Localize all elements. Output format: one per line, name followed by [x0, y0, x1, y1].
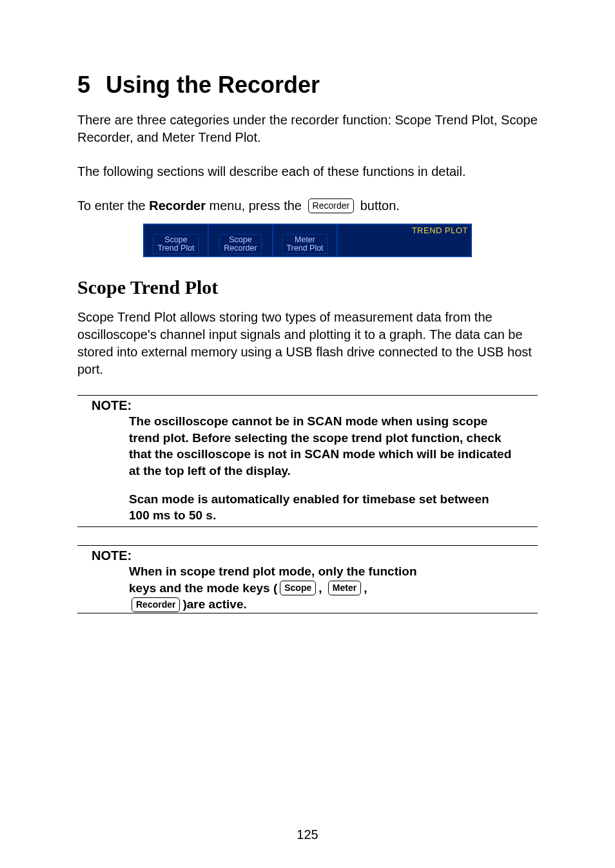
page-number: 125 [0, 827, 615, 842]
enter-bold: Recorder [149, 197, 206, 215]
note1-p2: Scan mode is automatically enabled for t… [129, 491, 512, 524]
note1-body: The oscilloscope cannot be in SCAN mode … [129, 413, 512, 524]
note2-line3-text: )are active. [182, 596, 246, 613]
note2-line2a: keys and the mode keys ( [129, 580, 277, 597]
note2-line3: Recorder )are active. [129, 596, 512, 613]
note2-label: NOTE: [92, 548, 538, 563]
enter-post: button. [356, 197, 400, 215]
menubar-figure: Scope Trend Plot Scope Recorder Meter Tr… [143, 224, 472, 257]
section-heading-scope-trend-plot: Scope Trend Plot [77, 276, 538, 298]
note1-p1: The oscilloscope cannot be in SCAN mode … [129, 413, 512, 479]
enter-mid: menu, press the [206, 197, 306, 215]
intro-paragraph-2: The following sections will describe eac… [77, 163, 538, 180]
note2-line1-text: When in scope trend plot mode, only the … [129, 563, 417, 580]
note1-label: NOTE: [92, 398, 538, 413]
menubar-filler: TREND PLOT [338, 225, 471, 256]
note-block-1: NOTE: The oscilloscope cannot be in SCAN… [77, 395, 538, 527]
chapter-number: 5 [77, 71, 90, 99]
menubar-tab-scope-recorder: Scope Recorder [209, 225, 273, 256]
recorder-button-icon: Recorder [308, 198, 355, 213]
enter-recorder-line: To enter the Recorder menu, press the Re… [77, 197, 538, 215]
note2-line2: keys and the mode keys ( Scope , Meter , [129, 580, 512, 597]
chapter-text: Using the Recorder [106, 72, 320, 98]
meter-button-icon: Meter [328, 581, 361, 595]
tab-inner: Scope Recorder [219, 234, 261, 254]
menubar-title: TREND PLOT [412, 226, 468, 235]
section-body-scope-trend-plot: Scope Trend Plot allows storing two type… [77, 309, 538, 378]
note2-line2b: , [318, 580, 326, 597]
recorder-button-icon-2: Recorder [132, 597, 180, 612]
note2-bottom-rule [77, 613, 538, 613]
menubar: Scope Trend Plot Scope Recorder Meter Tr… [143, 224, 472, 257]
page: 5Using the Recorder There are three cate… [0, 0, 615, 868]
enter-pre: To enter the [77, 197, 149, 215]
chapter-title: 5Using the Recorder [77, 71, 538, 99]
intro-paragraph-1: There are three categories under the rec… [77, 111, 538, 146]
note2-top-rule [77, 545, 538, 546]
note2-line2c: , [364, 580, 367, 597]
scope-button-icon: Scope [280, 581, 316, 595]
note2-body: When in scope trend plot mode, only the … [129, 563, 512, 613]
tab-inner: Meter Trend Plot [282, 234, 327, 254]
tab-line2: Trend Plot [286, 244, 323, 253]
note1-top-rule [77, 395, 538, 396]
note2-line1: When in scope trend plot mode, only the … [129, 563, 512, 580]
menubar-tab-scope-trend-plot: Scope Trend Plot [144, 225, 209, 256]
note-block-2: NOTE: When in scope trend plot mode, onl… [77, 545, 538, 613]
note1-bottom-rule [77, 526, 538, 527]
menubar-tab-meter-trend-plot: Meter Trend Plot [273, 225, 338, 256]
tab-line2: Recorder [224, 244, 257, 253]
tab-inner: Scope Trend Plot [153, 234, 199, 254]
tab-line2: Trend Plot [157, 244, 194, 253]
